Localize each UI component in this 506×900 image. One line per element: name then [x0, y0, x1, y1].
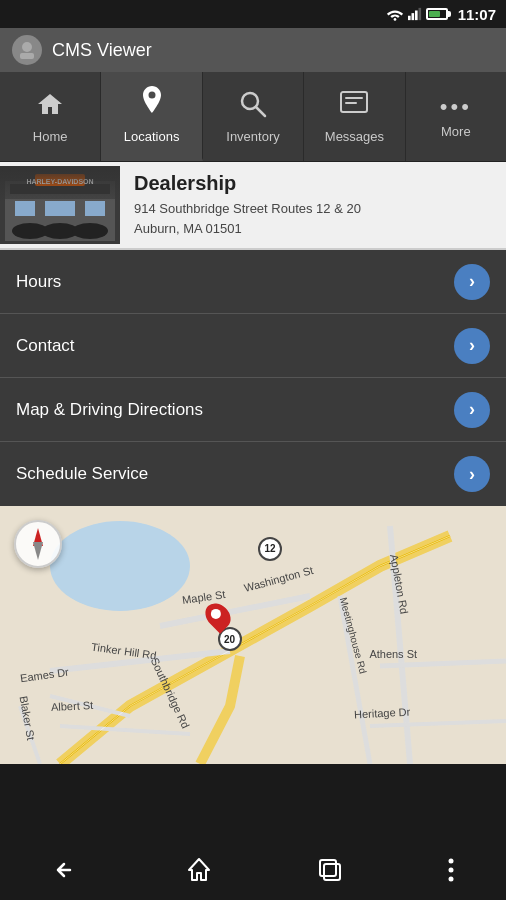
svg-rect-4: [418, 8, 421, 20]
svg-rect-6: [20, 53, 34, 59]
svg-rect-14: [5, 181, 115, 199]
menu-list: Hours › Contact › Map & Driving Directio…: [0, 250, 506, 506]
compass: [14, 520, 62, 568]
svg-point-37: [448, 859, 453, 864]
menu-item-directions[interactable]: Map & Driving Directions ›: [0, 378, 506, 442]
tab-messages-label: Messages: [325, 129, 384, 144]
app-title: CMS Viewer: [52, 40, 152, 61]
dealership-card[interactable]: HARLEY-DAVIDSON Dealership 914 Southbrid…: [0, 162, 506, 250]
status-time: 11:07: [458, 6, 496, 23]
dealership-image: HARLEY-DAVIDSON: [0, 166, 120, 244]
svg-point-25: [50, 521, 190, 611]
svg-rect-22: [45, 201, 75, 216]
svg-rect-11: [345, 102, 357, 104]
tab-locations[interactable]: Locations: [101, 72, 202, 161]
svg-rect-23: [85, 201, 105, 216]
dealership-image-inner: HARLEY-DAVIDSON: [0, 166, 120, 244]
svg-rect-19: [35, 174, 85, 186]
hours-label: Hours: [16, 272, 61, 292]
svg-line-8: [256, 107, 265, 116]
service-label: Schedule Service: [16, 464, 148, 484]
svg-rect-15: [10, 184, 110, 194]
nav-tabs: Home Locations Inventory Messages: [0, 72, 506, 162]
tab-locations-label: Locations: [124, 129, 180, 144]
svg-rect-3: [415, 11, 418, 21]
status-icons: 11:07: [386, 6, 496, 23]
svg-rect-21: [15, 201, 35, 216]
wifi-icon: [386, 7, 404, 21]
svg-point-39: [448, 877, 453, 882]
service-arrow: ›: [454, 456, 490, 492]
tab-more[interactable]: ••• More: [406, 72, 506, 161]
menu-item-hours[interactable]: Hours ›: [0, 250, 506, 314]
dealership-info: Dealership 914 Southbridge Street Routes…: [120, 162, 506, 248]
messages-icon: [339, 90, 369, 125]
svg-point-38: [448, 868, 453, 873]
menu-item-contact[interactable]: Contact ›: [0, 314, 506, 378]
tab-inventory-label: Inventory: [226, 129, 279, 144]
svg-text:HARLEY-DAVIDSON: HARLEY-DAVIDSON: [26, 178, 93, 185]
address-line2: Auburn, MA 01501: [134, 221, 242, 236]
athens-st-label: Athens St: [369, 648, 417, 660]
recent-apps-button[interactable]: [297, 847, 363, 893]
battery-icon: [426, 8, 448, 20]
contact-arrow: ›: [454, 328, 490, 364]
svg-point-5: [22, 42, 32, 52]
svg-rect-36: [320, 860, 336, 876]
menu-item-service[interactable]: Schedule Service ›: [0, 442, 506, 506]
albert-st-label: Albert St: [50, 698, 93, 712]
address-line1: 914 Southbridge Street Routes 12 & 20: [134, 201, 361, 216]
signal-icon: [408, 7, 422, 21]
bottom-nav: [0, 840, 506, 900]
dealership-name: Dealership: [134, 172, 492, 195]
svg-point-18: [72, 223, 108, 239]
directions-arrow: ›: [454, 392, 490, 428]
tab-more-label: More: [441, 124, 471, 139]
map-area[interactable]: Maple St Washington St Tinker Hill Rd Ea…: [0, 506, 506, 764]
tab-inventory[interactable]: Inventory: [203, 72, 304, 161]
back-button[interactable]: [32, 848, 100, 892]
app-logo: [12, 35, 42, 65]
home-icon: [35, 90, 65, 125]
tab-messages[interactable]: Messages: [304, 72, 405, 161]
home-button[interactable]: [165, 846, 233, 894]
svg-rect-2: [411, 13, 414, 20]
contact-label: Contact: [16, 336, 75, 356]
svg-point-0: [393, 18, 396, 21]
svg-rect-10: [345, 97, 363, 99]
svg-rect-35: [324, 864, 340, 880]
tab-home-label: Home: [33, 129, 68, 144]
directions-label: Map & Driving Directions: [16, 400, 203, 420]
app-titlebar: CMS Viewer: [0, 28, 506, 72]
hours-arrow: ›: [454, 264, 490, 300]
dealership-address: 914 Southbridge Street Routes 12 & 20 Au…: [134, 199, 492, 238]
inventory-icon: [239, 90, 267, 125]
locations-icon: [139, 86, 165, 125]
tab-home[interactable]: Home: [0, 72, 101, 161]
map-background: [0, 506, 506, 764]
options-button[interactable]: [428, 848, 474, 892]
more-icon: •••: [440, 94, 472, 120]
svg-rect-1: [408, 16, 411, 20]
route-12-badge: 12: [258, 537, 282, 561]
status-bar: 11:07: [0, 0, 506, 28]
